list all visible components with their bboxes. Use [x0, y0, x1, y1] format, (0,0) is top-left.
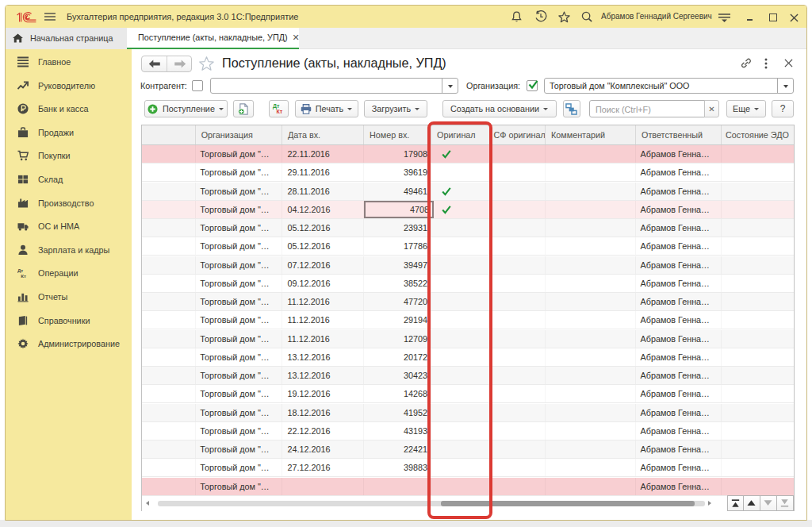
svg-text:Кт: Кт	[21, 274, 26, 279]
svg-text:Дт: Дт	[17, 268, 23, 273]
